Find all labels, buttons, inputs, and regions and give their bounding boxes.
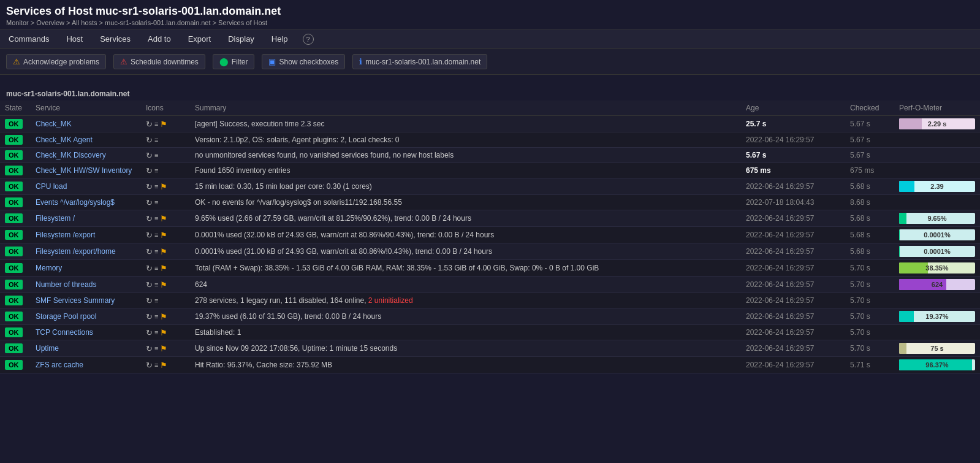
table-row: OKSMF Services Summary↻≡278 services, 1 … [0,293,980,308]
note-icon[interactable]: ⚑ [160,328,167,337]
service-name-link[interactable]: Storage Pool rpool [36,312,96,321]
menu-lines-icon[interactable]: ≡ [154,215,158,222]
refresh-icon[interactable]: ↻ [146,120,153,129]
service-name-link[interactable]: CPU load [36,182,67,191]
menu-lines-icon[interactable]: ≡ [154,167,158,174]
refresh-icon[interactable]: ↻ [146,198,153,207]
menu-lines-icon[interactable]: ≡ [154,151,158,159]
menu-lines-icon[interactable]: ≡ [154,120,158,128]
service-name-link[interactable]: Number of threads [36,280,96,289]
schedule-button[interactable]: ⚠ Schedule downtimes [113,54,205,69]
refresh-icon[interactable]: ↻ [146,296,153,305]
note-icon[interactable]: ⚑ [160,344,167,353]
service-cell[interactable]: Filesystem /export [31,227,141,243]
service-name-link[interactable]: Check_MK Agent [36,136,93,144]
menu-lines-icon[interactable]: ≡ [154,183,158,190]
schedule-triangle-icon: ⚠ [120,57,127,66]
filter-button[interactable]: ⬤ Filter [213,54,255,69]
note-icon[interactable]: ⚑ [160,120,167,129]
service-cell[interactable]: Events ^/var/log/syslog$ [31,195,141,210]
service-cell[interactable]: Check_MK Agent [31,132,141,148]
nav-services[interactable]: Services [97,33,133,45]
service-cell[interactable]: Storage Pool rpool [31,308,141,325]
summary-cell: 0.0001% used (32.00 kB of 24.93 GB, warn… [190,227,741,243]
refresh-icon[interactable]: ↻ [146,247,153,256]
menu-lines-icon[interactable]: ≡ [154,199,158,206]
hostinfo-button[interactable]: ℹ muc-sr1-solaris-001.lan.domain.net [352,54,487,69]
note-icon[interactable]: ⚑ [160,231,167,240]
service-name-link[interactable]: Check_MK HW/SW Inventory [36,166,132,175]
summary-text: 15 min load: 0.30, 15 min load per core:… [195,182,372,191]
service-name-link[interactable]: Filesystem / [36,214,75,223]
nav-display[interactable]: Display [226,33,257,45]
note-icon[interactable]: ⚑ [160,247,167,256]
service-cell[interactable]: Filesystem / [31,210,141,227]
nav-export[interactable]: Export [186,33,214,45]
service-name-link[interactable]: SMF Services Summary [36,296,115,305]
refresh-icon[interactable]: ↻ [146,264,153,273]
service-cell[interactable]: Check_MK [31,116,141,132]
nav-host[interactable]: Host [64,33,85,45]
menu-lines-icon[interactable]: ≡ [154,329,158,336]
refresh-icon[interactable]: ↻ [146,361,153,370]
service-cell[interactable]: Filesystem /export/home [31,243,141,260]
service-name-link[interactable]: Uptime [36,344,59,353]
nav-add-to[interactable]: Add to [145,33,173,45]
summary-cell: [agent] Success, execution time 2.3 sec [190,116,741,132]
service-cell[interactable]: Number of threads [31,277,141,293]
note-icon[interactable]: ⚑ [160,280,167,289]
service-name-link[interactable]: Memory [36,264,62,272]
refresh-icon[interactable]: ↻ [146,166,153,175]
service-cell[interactable]: Check_MK Discovery [31,148,141,163]
menu-lines-icon[interactable]: ≡ [154,248,158,255]
service-name-link[interactable]: TCP Connections [36,328,93,337]
summary-cell: 19.37% used (6.10 of 31.50 GB), trend: 0… [190,308,741,325]
service-name-link[interactable]: Filesystem /export [36,231,95,239]
menu-lines-icon[interactable]: ≡ [154,361,158,369]
table-row: OKUptime↻≡⚑Up since Nov 09 2022 17:08:56… [0,340,980,357]
nav-commands[interactable]: Commands [6,33,51,45]
refresh-icon[interactable]: ↻ [146,182,153,191]
state-badge: OK [5,230,23,240]
menu-lines-icon[interactable]: ≡ [154,281,158,288]
note-icon[interactable]: ⚑ [160,264,167,273]
refresh-icon[interactable]: ↻ [146,214,153,223]
help-circle-icon[interactable]: ? [303,34,314,45]
menu-lines-icon[interactable]: ≡ [154,313,158,320]
refresh-icon[interactable]: ↻ [146,280,153,289]
service-cell[interactable]: TCP Connections [31,325,141,340]
refresh-icon[interactable]: ↻ [146,136,153,145]
service-cell[interactable]: Memory [31,260,141,277]
refresh-icon[interactable]: ↻ [146,231,153,240]
service-cell[interactable]: Check_MK HW/SW Inventory [31,163,141,178]
acknowledge-button[interactable]: ⚠ Acknowledge problems [6,54,106,69]
service-cell[interactable]: Uptime [31,340,141,357]
note-icon[interactable]: ⚑ [160,182,167,191]
menu-lines-icon[interactable]: ≡ [154,264,158,272]
service-cell[interactable]: SMF Services Summary [31,293,141,308]
service-name-link[interactable]: Events ^/var/log/syslog$ [36,198,115,207]
service-name-link[interactable]: ZFS arc cache [36,361,83,369]
service-cell[interactable]: CPU load [31,178,141,195]
summary-text: 278 services, 1 legacy run, 111 disabled… [195,296,368,305]
note-icon[interactable]: ⚑ [160,361,167,370]
age-cell: 2022-07-18 18:04:43 [741,195,845,210]
nav-help[interactable]: Help [269,33,291,45]
checkboxes-button[interactable]: ▣ Show checkboxes [262,54,345,69]
service-name-link[interactable]: Filesystem /export/home [36,247,116,256]
refresh-icon[interactable]: ↻ [146,151,153,160]
refresh-icon[interactable]: ↻ [146,344,153,353]
refresh-icon[interactable]: ↻ [146,328,153,337]
note-icon[interactable]: ⚑ [160,214,167,223]
menu-lines-icon[interactable]: ≡ [154,231,158,239]
note-icon[interactable]: ⚑ [160,312,167,321]
menu-lines-icon[interactable]: ≡ [154,136,158,143]
state-badge: OK [5,327,23,337]
refresh-icon[interactable]: ↻ [146,312,153,321]
service-cell[interactable]: ZFS arc cache [31,357,141,373]
service-name-link[interactable]: Check_MK Discovery [36,151,106,159]
state-cell: OK [0,195,31,210]
service-name-link[interactable]: Check_MK [36,120,72,128]
menu-lines-icon[interactable]: ≡ [154,345,158,352]
menu-lines-icon[interactable]: ≡ [154,297,158,304]
